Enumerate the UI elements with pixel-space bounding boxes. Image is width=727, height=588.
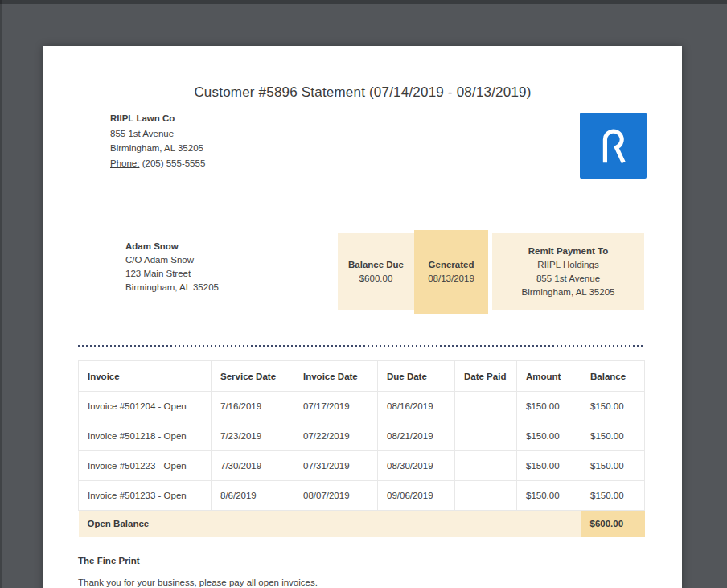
- column-header-date-paid: Date Paid: [455, 361, 517, 392]
- column-header-amount: Amount: [517, 361, 581, 392]
- cell-invoice: Invoice #501223 - Open: [79, 451, 212, 481]
- generated-label: Generated: [414, 258, 488, 272]
- fine-print-heading: The Fine Print: [78, 556, 140, 565]
- viewer-background: { "doc": { "title": "Customer #5896 Stat…: [0, 0, 727, 588]
- cell-amount: $150.00: [517, 451, 581, 481]
- cell-date-paid: [455, 481, 517, 511]
- remit-label: Remit Payment To: [492, 245, 644, 258]
- statement-summary: Balance Due $600.00 Generated 08/13/2019…: [338, 230, 647, 314]
- cell-date-paid: [455, 451, 517, 481]
- generated-date: 08/13/2019: [414, 272, 488, 286]
- cell-service-date: 7/23/2019: [212, 421, 294, 451]
- statement-page: Customer #5896 Statement (07/14/2019 - 0…: [43, 46, 682, 588]
- cell-service-date: 8/6/2019: [212, 481, 294, 511]
- remit-payment-box: Remit Payment To RIIPL Holdings 855 1st …: [492, 233, 644, 310]
- company-phone-line: Phone: (205) 555-5555: [110, 156, 205, 171]
- open-balance-value: $600.00: [581, 511, 645, 537]
- riipl-logo: [580, 113, 647, 179]
- cell-invoice-date: 08/07/2019: [294, 481, 378, 511]
- table-row: Invoice #501218 - Open 7/23/2019 07/22/2…: [79, 421, 645, 451]
- cell-balance: $150.00: [581, 421, 645, 451]
- cell-amount: $150.00: [517, 392, 581, 421]
- window-left-edge: [0, 0, 2, 588]
- generated-box: Generated 08/13/2019: [414, 230, 488, 314]
- cell-invoice: Invoice #501218 - Open: [79, 421, 212, 451]
- page-title: Customer #5896 Statement (07/14/2019 - 0…: [43, 84, 682, 101]
- company-address-line1: 855 1st Avenue: [110, 126, 205, 142]
- cell-due-date: 08/30/2019: [378, 451, 455, 481]
- cell-balance: $150.00: [581, 481, 645, 511]
- company-address-line2: Birmingham, AL 35205: [110, 141, 205, 156]
- balance-due-box: Balance Due $600.00: [338, 233, 414, 310]
- column-header-balance: Balance: [581, 361, 645, 392]
- cell-date-paid: [455, 421, 517, 451]
- open-balance-label: Open Balance: [79, 511, 581, 537]
- window-top-edge: [0, 0, 727, 4]
- remit-name: RIIPL Holdings: [492, 258, 644, 272]
- company-address-block: RIIPL Lawn Co 855 1st Avenue Birmingham,…: [110, 111, 205, 171]
- riipl-logo-r-icon: [596, 125, 631, 166]
- cell-balance: $150.00: [581, 392, 645, 421]
- cell-due-date: 09/06/2019: [378, 481, 455, 511]
- cell-date-paid: [455, 392, 517, 421]
- column-header-invoice: Invoice: [79, 361, 212, 392]
- customer-address-line2: Birmingham, AL 35205: [125, 281, 219, 294]
- column-header-service-date: Service Date: [212, 361, 294, 392]
- cell-service-date: 7/16/2019: [212, 392, 294, 421]
- cell-amount: $150.00: [517, 481, 581, 511]
- column-header-due-date: Due Date: [378, 361, 455, 392]
- phone-label: Phone:: [110, 158, 139, 168]
- cell-invoice: Invoice #501233 - Open: [79, 481, 212, 511]
- remit-address-line1: 855 1st Avenue: [492, 272, 644, 286]
- remit-address-line2: Birmingham, AL 35205: [492, 286, 644, 299]
- customer-care-of: C/O Adam Snow: [125, 253, 219, 267]
- cell-invoice-date: 07/31/2019: [294, 451, 378, 481]
- balance-due-value: $600.00: [338, 272, 414, 286]
- column-header-invoice-date: Invoice Date: [294, 361, 378, 392]
- customer-address-line1: 123 Main Street: [125, 267, 219, 281]
- cell-due-date: 08/21/2019: [378, 421, 455, 451]
- cell-invoice: Invoice #501204 - Open: [79, 392, 212, 421]
- table-header-row: Invoice Service Date Invoice Date Due Da…: [79, 361, 645, 392]
- cell-invoice-date: 07/17/2019: [294, 392, 378, 421]
- customer-name: Adam Snow: [125, 240, 219, 253]
- company-name: RIIPL Lawn Co: [110, 111, 205, 126]
- cell-service-date: 7/30/2019: [212, 451, 294, 481]
- company-phone-number: (205) 555-5555: [142, 158, 206, 168]
- cell-amount: $150.00: [517, 421, 581, 451]
- open-balance-row: Open Balance $600.00: [79, 511, 645, 537]
- table-row: Invoice #501223 - Open 7/30/2019 07/31/2…: [79, 451, 645, 481]
- fine-print-text: Thank you for your business, please pay …: [78, 578, 318, 587]
- table-row: Invoice #501233 - Open 8/6/2019 08/07/20…: [79, 481, 645, 511]
- balance-due-label: Balance Due: [338, 258, 414, 272]
- table-row: Invoice #501204 - Open 7/16/2019 07/17/2…: [79, 392, 645, 421]
- cell-balance: $150.00: [581, 451, 645, 481]
- invoice-table: Invoice Service Date Invoice Date Due Da…: [78, 360, 645, 537]
- cell-invoice-date: 07/22/2019: [294, 421, 378, 451]
- cell-due-date: 08/16/2019: [378, 392, 455, 421]
- customer-address-block: Adam Snow C/O Adam Snow 123 Main Street …: [125, 240, 219, 294]
- dotted-divider: [78, 345, 644, 347]
